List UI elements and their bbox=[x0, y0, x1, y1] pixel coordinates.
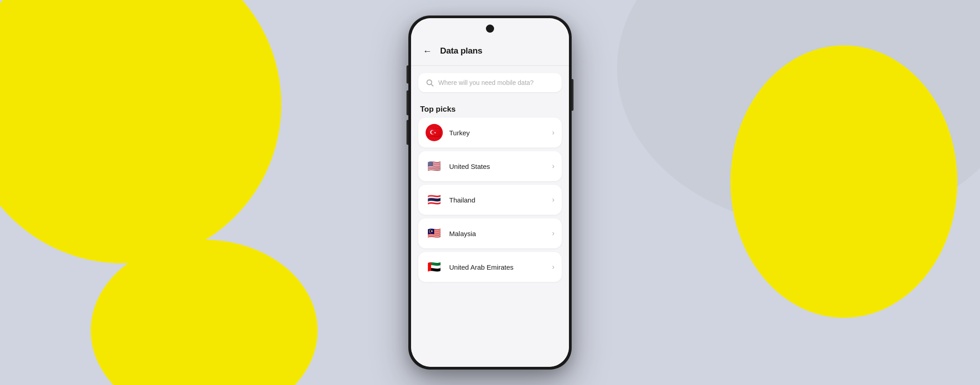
phone-screen: ← Data plans Where will you need mobile … bbox=[411, 18, 569, 367]
search-bar[interactable]: Where will you need mobile data? bbox=[418, 73, 562, 92]
country-item-turkey[interactable]: Turkey › bbox=[418, 118, 562, 148]
country-name-us: United States bbox=[449, 163, 552, 170]
app-screen: ← Data plans Where will you need mobile … bbox=[411, 18, 569, 367]
svg-line-1 bbox=[431, 84, 433, 86]
country-name-thailand: Thailand bbox=[449, 196, 552, 204]
search-container: Where will you need mobile data? bbox=[411, 66, 569, 99]
section-label: Top picks bbox=[411, 99, 569, 118]
country-item-us[interactable]: United States › bbox=[418, 151, 562, 181]
flag-us bbox=[426, 158, 443, 175]
phone-vol-up-button bbox=[407, 90, 408, 115]
country-list: Turkey › United States › Thailand › bbox=[411, 118, 569, 367]
chevron-right-icon: › bbox=[552, 196, 554, 204]
country-item-thailand[interactable]: Thailand › bbox=[418, 185, 562, 215]
flag-thailand bbox=[426, 191, 443, 208]
country-name-turkey: Turkey bbox=[449, 129, 552, 137]
chevron-right-icon: › bbox=[552, 128, 554, 137]
country-item-uae[interactable]: United Arab Emirates › bbox=[418, 252, 562, 282]
chevron-right-icon: › bbox=[552, 229, 554, 237]
search-icon bbox=[426, 79, 434, 87]
phone-camera bbox=[486, 25, 494, 33]
blob-yellow-left bbox=[0, 0, 281, 263]
chevron-right-icon: › bbox=[552, 263, 554, 271]
country-item-malaysia[interactable]: Malaysia › bbox=[418, 218, 562, 248]
phone-outer: ← Data plans Where will you need mobile … bbox=[408, 15, 572, 370]
country-name-malaysia: Malaysia bbox=[449, 230, 552, 237]
back-button[interactable]: ← bbox=[420, 44, 435, 58]
phone-mute-button bbox=[407, 65, 408, 84]
flag-turkey bbox=[426, 124, 443, 141]
phone-power-button bbox=[572, 79, 573, 111]
back-arrow-icon: ← bbox=[423, 46, 432, 55]
flag-malaysia bbox=[426, 225, 443, 242]
phone: ← Data plans Where will you need mobile … bbox=[408, 15, 572, 370]
section-title: Top picks bbox=[420, 105, 456, 114]
search-placeholder: Where will you need mobile data? bbox=[438, 79, 554, 86]
flag-uae bbox=[426, 258, 443, 276]
blob-yellow-right bbox=[730, 45, 957, 318]
page-title: Data plans bbox=[440, 46, 482, 56]
chevron-right-icon: › bbox=[552, 162, 554, 170]
country-name-uae: United Arab Emirates bbox=[449, 263, 552, 271]
phone-vol-down-button bbox=[407, 120, 408, 145]
